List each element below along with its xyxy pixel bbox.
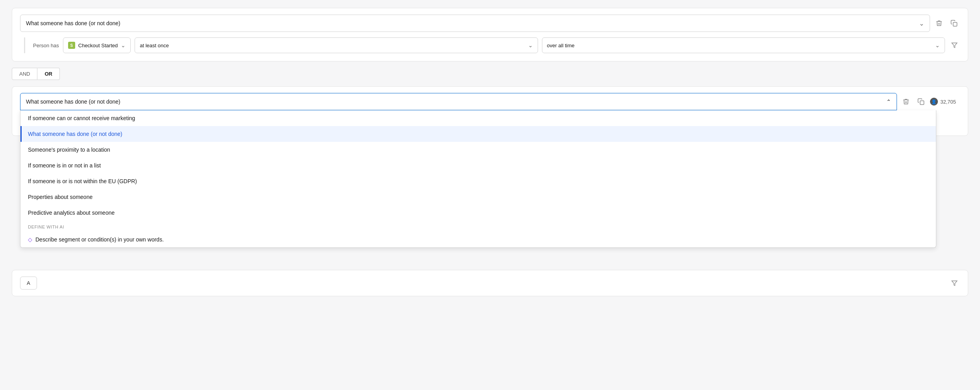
event-chevron-icon: ⌄ xyxy=(121,42,126,48)
condition-row-top-1: What someone has done (or not done) ⌄ xyxy=(20,15,960,32)
dropdown-item-gdpr[interactable]: If someone is or is not within the EU (G… xyxy=(20,173,936,189)
delete-button-2[interactable] xyxy=(900,96,912,108)
main-dropdown-1-label: What someone has done (or not done) xyxy=(26,20,120,26)
ai-diamond-icon: ◇ xyxy=(28,236,32,243)
filter-button-1[interactable] xyxy=(949,40,960,51)
frequency-chevron-icon: ⌄ xyxy=(528,42,533,48)
copy-button-2[interactable] xyxy=(915,96,927,108)
dropdown-item-predictive[interactable]: Predictive analytics about someone xyxy=(20,205,936,221)
ai-section-header: Define with AI xyxy=(20,221,936,232)
svg-rect-0 xyxy=(953,22,957,26)
dropdown-item-done[interactable]: What someone has done (or not done) xyxy=(20,126,936,142)
and-button[interactable]: AND xyxy=(12,68,37,80)
frequency-dropdown[interactable]: at least once ⌄ xyxy=(135,37,538,53)
user-count-value: 32,705 xyxy=(940,99,956,105)
user-avatar-icon: 👤 xyxy=(930,98,938,106)
page-container: What someone has done (or not done) ⌄ xyxy=(0,0,980,390)
chevron-down-icon-1: ⌄ xyxy=(919,20,924,27)
add-condition-button[interactable]: A xyxy=(20,277,37,290)
svg-rect-2 xyxy=(920,101,924,105)
svg-marker-1 xyxy=(952,43,957,48)
svg-marker-4 xyxy=(952,281,957,286)
time-dropdown[interactable]: over all time ⌄ xyxy=(542,37,945,53)
dropdown-item-proximity[interactable]: Someone's proximity to a location xyxy=(20,142,936,158)
sub-row-1: Person has S Checkout Started ⌄ at least… xyxy=(24,37,960,53)
or-button[interactable]: OR xyxy=(37,68,60,80)
dropdown-menu-2: If someone can or cannot receive marketi… xyxy=(20,110,936,248)
dropdown-item-marketing[interactable]: If someone can or cannot receive marketi… xyxy=(20,110,936,126)
dropdown-item-properties[interactable]: Properties about someone xyxy=(20,189,936,205)
logic-buttons: AND OR xyxy=(12,68,968,80)
frequency-dropdown-label: at least once xyxy=(140,43,169,48)
time-dropdown-label: over all time xyxy=(547,43,575,48)
main-dropdown-2-label: What someone has done (or not done) xyxy=(26,98,120,105)
time-chevron-icon: ⌄ xyxy=(935,42,940,48)
condition-block-1: What someone has done (or not done) ⌄ xyxy=(12,8,968,61)
event-dropdown[interactable]: S Checkout Started ⌄ xyxy=(63,37,131,53)
condition-block-2: What someone has done (or not done) ⌃ xyxy=(12,86,968,136)
condition-block-3: A xyxy=(12,270,968,296)
copy-button-1[interactable] xyxy=(948,17,960,29)
filter-button-3[interactable] xyxy=(949,278,960,289)
dropdown-item-list[interactable]: If someone is in or not in a list xyxy=(20,158,936,173)
dropdown-item-ai[interactable]: ◇ Describe segment or condition(s) in yo… xyxy=(20,232,936,247)
delete-button-1[interactable] xyxy=(933,17,945,29)
shopify-icon: S xyxy=(68,42,75,49)
main-dropdown-2[interactable]: What someone has done (or not done) ⌃ xyxy=(20,93,897,110)
user-count: 👤 32,705 xyxy=(930,98,956,106)
person-has-label: Person has xyxy=(33,43,59,48)
event-dropdown-label: Checkout Started xyxy=(78,43,118,48)
chevron-up-icon-2: ⌃ xyxy=(886,98,891,105)
main-dropdown-1[interactable]: What someone has done (or not done) ⌄ xyxy=(20,15,930,32)
block3-spacer: A xyxy=(12,270,968,296)
